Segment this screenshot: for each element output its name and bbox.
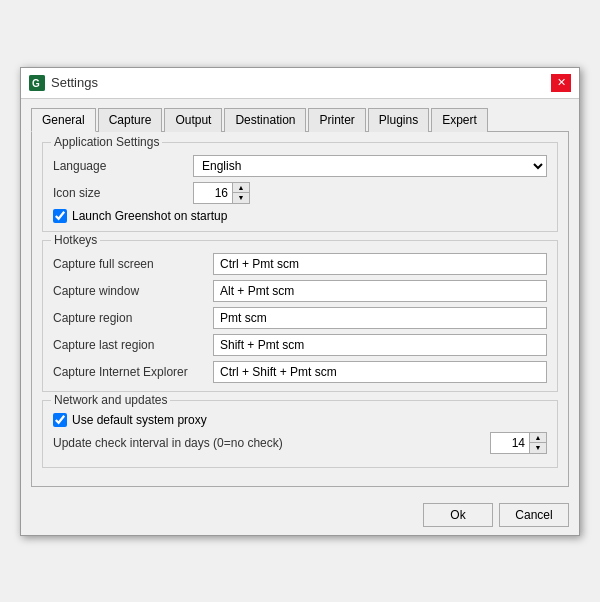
network-title: Network and updates: [51, 393, 170, 407]
language-select[interactable]: English: [193, 155, 547, 177]
update-input[interactable]: 14: [490, 432, 530, 454]
icon-size-increment-btn[interactable]: ▲: [233, 183, 249, 193]
svg-text:G: G: [32, 78, 40, 89]
close-button[interactable]: ✕: [551, 74, 571, 92]
hotkey-label-4: Capture Internet Explorer: [53, 365, 213, 379]
settings-dialog: G Settings ✕ General Capture Output Dest…: [20, 67, 580, 536]
update-increment-btn[interactable]: ▲: [530, 433, 546, 443]
icon-size-row: Icon size 16 ▲ ▼: [53, 182, 547, 204]
title-bar-left: G Settings: [29, 75, 98, 91]
hotkey-input-3[interactable]: [213, 334, 547, 356]
update-decrement-btn[interactable]: ▼: [530, 443, 546, 453]
tab-capture[interactable]: Capture: [98, 108, 163, 132]
hotkey-label-0: Capture full screen: [53, 257, 213, 271]
ok-button[interactable]: Ok: [423, 503, 493, 527]
hotkeys-title: Hotkeys: [51, 233, 100, 247]
tab-plugins[interactable]: Plugins: [368, 108, 429, 132]
hotkey-row-2: Capture region: [53, 307, 547, 329]
tab-printer[interactable]: Printer: [308, 108, 365, 132]
icon-size-input[interactable]: 16: [193, 182, 233, 204]
dialog-footer: Ok Cancel: [21, 497, 579, 535]
proxy-label: Use default system proxy: [72, 413, 207, 427]
window-title: Settings: [51, 75, 98, 90]
launch-label: Launch Greenshot on startup: [72, 209, 227, 223]
language-label: Language: [53, 159, 193, 173]
hotkey-label-2: Capture region: [53, 311, 213, 325]
hotkey-label-3: Capture last region: [53, 338, 213, 352]
dialog-body: General Capture Output Destination Print…: [21, 99, 579, 497]
launch-row: Launch Greenshot on startup: [53, 209, 547, 223]
icon-size-spinbox-buttons: ▲ ▼: [233, 182, 250, 204]
hotkey-input-1[interactable]: [213, 280, 547, 302]
update-spinbox-buttons: ▲ ▼: [530, 432, 547, 454]
icon-size-label: Icon size: [53, 186, 193, 200]
launch-checkbox[interactable]: [53, 209, 67, 223]
hotkey-input-4[interactable]: [213, 361, 547, 383]
tab-expert[interactable]: Expert: [431, 108, 488, 132]
hotkeys-section: Hotkeys Capture full screen Capture wind…: [42, 240, 558, 392]
update-row: Update check interval in days (0=no chec…: [53, 432, 547, 454]
hotkey-row-4: Capture Internet Explorer: [53, 361, 547, 383]
tab-bar: General Capture Output Destination Print…: [31, 107, 569, 132]
tab-destination[interactable]: Destination: [224, 108, 306, 132]
app-settings-section: Application Settings Language English Ic…: [42, 142, 558, 232]
update-spinbox: 14 ▲ ▼: [490, 432, 547, 454]
hotkey-row-0: Capture full screen: [53, 253, 547, 275]
cancel-button[interactable]: Cancel: [499, 503, 569, 527]
proxy-checkbox[interactable]: [53, 413, 67, 427]
tab-content-general: Application Settings Language English Ic…: [31, 132, 569, 487]
proxy-row: Use default system proxy: [53, 413, 547, 427]
hotkey-input-0[interactable]: [213, 253, 547, 275]
hotkey-row-1: Capture window: [53, 280, 547, 302]
title-bar: G Settings ✕: [21, 68, 579, 99]
hotkey-row-3: Capture last region: [53, 334, 547, 356]
network-section: Network and updates Use default system p…: [42, 400, 558, 468]
hotkey-label-1: Capture window: [53, 284, 213, 298]
icon-size-decrement-btn[interactable]: ▼: [233, 193, 249, 203]
icon-size-spinbox: 16 ▲ ▼: [193, 182, 250, 204]
tab-general[interactable]: General: [31, 108, 96, 132]
update-label: Update check interval in days (0=no chec…: [53, 436, 490, 450]
app-settings-title: Application Settings: [51, 135, 162, 149]
language-row: Language English: [53, 155, 547, 177]
tab-output[interactable]: Output: [164, 108, 222, 132]
hotkey-input-2[interactable]: [213, 307, 547, 329]
app-icon: G: [29, 75, 45, 91]
